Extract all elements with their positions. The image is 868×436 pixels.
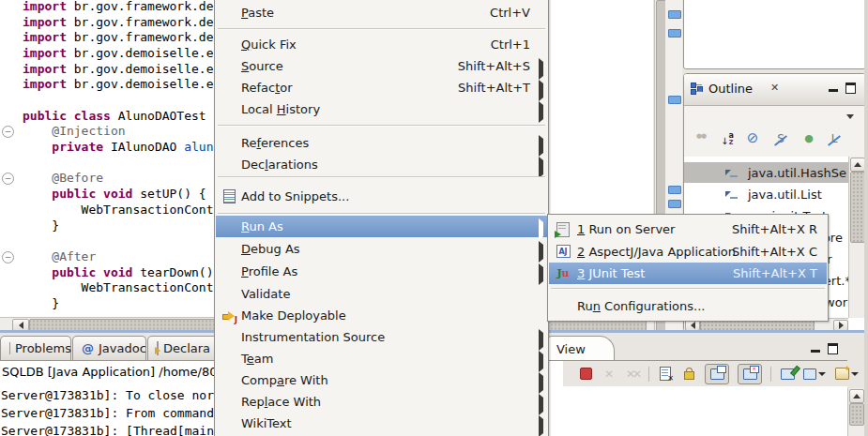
outline-vertical-scrollbar[interactable] [848, 157, 865, 318]
outline-window-buttons [829, 83, 856, 94]
menu-item-team[interactable]: Team [216, 348, 547, 369]
console-toolbar: ✕✕✕✕✕✦ [563, 361, 864, 386]
menu-separator [218, 125, 545, 127]
menu-separator [218, 176, 545, 178]
toolbar-divider [770, 367, 771, 382]
outline-item-java-util-list[interactable]: java.util.List [684, 184, 865, 204]
run-on-server-icon [555, 222, 571, 237]
tab-declara[interactable]: Declara [147, 336, 220, 360]
submenu-arrow-icon [539, 83, 543, 98]
occurrence-marker[interactable] [668, 96, 681, 104]
tab-view[interactable]: View [547, 336, 615, 362]
hide-non-public-icon[interactable]: ● [799, 132, 818, 149]
menu-item-wikitext[interactable]: WikiText [216, 413, 547, 434]
outline-view-icon [691, 83, 703, 95]
tab-problems[interactable]: Problems [0, 336, 71, 360]
console-window-buttons [811, 343, 838, 354]
remove-launch-icon[interactable]: ✕ [602, 368, 617, 381]
hide-local-types-icon[interactable]: L [825, 132, 844, 149]
console-line: Server@173831b]: From command [1, 406, 214, 420]
display-console-icon[interactable] [803, 368, 826, 381]
menu-item-references[interactable]: References [216, 132, 547, 154]
menu-item-label: Validate [241, 287, 290, 301]
close-icon[interactable]: ✕ [770, 82, 779, 94]
menu-item-run-as[interactable]: Run As [216, 216, 547, 237]
open-console-icon[interactable]: ✦ [834, 368, 859, 381]
submenu-item-1-run-on-server[interactable]: 1 Run on ServerShift+Alt+X R [549, 218, 827, 240]
menu-item-compare-with[interactable]: Compare With [216, 369, 547, 391]
show-stderr-icon[interactable]: ✕ [738, 364, 762, 384]
fold-collapse-icon[interactable]: − [2, 251, 14, 263]
submenu-item-3-junit-test[interactable]: Ju3 JUnit TestShift+Alt+X T [549, 263, 827, 284]
menu-item-accelerator: Shift+Alt+T [458, 81, 530, 95]
menu-item-accelerator: Shift+Alt+X R [732, 222, 817, 236]
code-line: } [23, 295, 59, 311]
pin-console-icon[interactable] [780, 368, 795, 381]
scrollbar-thumb[interactable] [850, 172, 865, 243]
menu-item-validate[interactable]: Validate [216, 283, 547, 305]
menu-item-label: Instrumentation Source [241, 330, 385, 344]
menu-item-source[interactable]: SourceShift+Alt+S [216, 55, 547, 77]
menu-item-instrumentation-source[interactable]: Instrumentation Source [216, 326, 547, 348]
outline-item-java-util-hashse[interactable]: java.util.HashSe [684, 162, 865, 183]
view-menu-icon[interactable] [846, 114, 854, 119]
minimize-icon[interactable] [811, 343, 820, 353]
scroll-up-button[interactable] [850, 158, 865, 172]
menu-item-make-deployable[interactable]: JMake Deployable [216, 305, 547, 326]
menu-item-replace-with[interactable]: Replace With [216, 391, 547, 413]
code-line: import br.gov.demoiselle.e [23, 76, 214, 92]
menu-item-quick-fix[interactable]: Quick FixCtrl+1 [216, 34, 547, 55]
menu-item-local-history[interactable]: Local History [216, 98, 547, 120]
code-line: @After [23, 248, 96, 264]
scrollbar-thumb[interactable] [849, 403, 864, 426]
menu-item-paste[interactable]: PasteCtrl+V [216, 2, 547, 23]
menu-item-add-to-snippets[interactable]: Add to Snippets... [216, 186, 547, 207]
menu-separator [551, 288, 825, 290]
menu-item-debug-as[interactable]: Debug As [216, 238, 547, 260]
menu-item-label: Refactor [241, 81, 293, 95]
scroll-up-button[interactable] [849, 389, 864, 403]
menu-item-accelerator: Ctrl+1 [491, 38, 530, 52]
occurrence-marker[interactable] [668, 186, 681, 194]
code-line: import br.gov.framework.de [23, 14, 214, 30]
hide-static-icon[interactable]: S [771, 132, 790, 149]
menu-item-label: Team [241, 352, 273, 366]
submenu-item-2-aspectj-java-application[interactable]: AJ2 AspectJ/Java ApplicationShift+Alt+X … [549, 241, 827, 263]
menu-item-declarations[interactable]: Declarations [216, 154, 547, 175]
tab-javadoc[interactable]: @Javadoc [72, 336, 146, 360]
code-line: WebTransactionCont [23, 279, 214, 295]
menu-item-accelerator: Shift+Alt+X T [733, 266, 817, 280]
menu-item-refactor[interactable]: RefactorShift+Alt+T [216, 77, 547, 98]
toolbar-divider [648, 367, 649, 382]
focus-on-active-task-icon[interactable]: ●● [692, 132, 710, 149]
maximize-icon[interactable] [845, 83, 856, 94]
show-stdout-icon[interactable] [705, 364, 729, 384]
menu-item-label: Replace With [241, 395, 321, 409]
maximize-icon[interactable] [828, 343, 838, 354]
fold-collapse-icon[interactable]: − [2, 173, 14, 185]
clear-console-icon[interactable]: ✕ [658, 368, 673, 381]
submenu-arrow-icon [539, 222, 543, 236]
occurrence-marker[interactable] [668, 10, 681, 19]
menu-item-accelerator: Ctrl+V [490, 6, 530, 20]
menu-item-label: 1 Run on Server [577, 222, 675, 236]
menu-item-profile-as[interactable]: Profile As [216, 261, 547, 282]
console-vertical-scrollbar[interactable] [847, 388, 864, 436]
code-line: private IAlunoDAO alun [23, 139, 214, 155]
minimize-icon[interactable] [829, 83, 838, 92]
hide-fields-icon[interactable]: ⊘ [743, 129, 762, 146]
occurrence-marker[interactable] [668, 200, 681, 208]
scroll-lock-icon[interactable] [681, 368, 696, 381]
occurrence-marker[interactable] [668, 29, 681, 38]
menu-item-accelerator: Shift+Alt+X C [732, 245, 817, 259]
fold-collapse-icon[interactable]: − [2, 126, 14, 138]
code-line: } [23, 218, 59, 233]
outline-item-label: java.util.List [748, 188, 822, 202]
submenu-arrow-icon [539, 333, 543, 347]
outline-tab-label[interactable]: Outline [708, 82, 753, 96]
remove-all-launches-icon[interactable]: ✕✕ [625, 368, 640, 381]
terminate-icon[interactable] [578, 368, 593, 381]
submenu-arrow-icon [539, 105, 543, 119]
sort-icon[interactable]: ↓az [718, 132, 737, 149]
submenu-item-run-configurations[interactable]: Run Configurations... [549, 295, 827, 317]
